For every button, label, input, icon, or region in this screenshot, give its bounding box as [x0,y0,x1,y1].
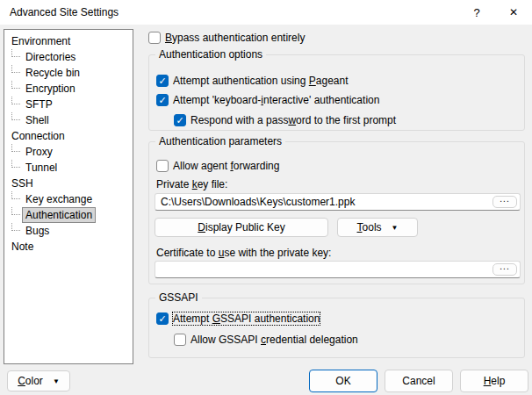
pageant-checkbox[interactable]: ✓ [156,75,169,87]
authentication-parameters-group: Authentication parameters Allow agent fo… [148,141,525,284]
respond-password-label: Respond with a password to the first pro… [191,114,396,126]
gssapi-attempt-label: Attempt GSSAPI authentication [173,312,320,325]
tree-item-label: Directories [23,50,78,64]
tree-item-authentication[interactable]: Authentication [4,207,133,223]
agent-forwarding-label: Allow agent forwarding [173,160,279,172]
chevron-down-icon: ▼ [392,224,399,232]
tree-connector [11,160,20,168]
tree-connector [11,97,20,104]
tree-item-label: Shell [23,113,52,127]
checkbox-row-pageant[interactable]: ✓ Attempt authentication using Pageant [156,74,348,88]
tree-connector [11,144,20,152]
gssapi-delegation-checkbox[interactable] [174,334,186,346]
tree-item-sftp[interactable]: SFTP [4,97,133,112]
tree-item-environment[interactable]: Environment [4,33,133,49]
keyboard-interactive-checkbox[interactable]: ✓ [156,94,169,106]
tree-item-connection[interactable]: Connection [4,128,133,144]
tree-item-tunnel[interactable]: Tunnel [4,160,133,176]
advanced-site-settings-dialog: Advanced Site Settings ? ✕ EnvironmentDi… [0,0,532,395]
color-button-label: Color [18,375,43,387]
tree-item-directories[interactable]: Directories [4,49,133,65]
tools-button-label: Tools [357,221,382,233]
private-key-browse-button[interactable]: ... [492,196,517,208]
certificate-field-wrap: ... [155,261,521,278]
certificate-browse-button[interactable]: ... [492,263,517,276]
tree-item-label: Note [9,240,36,254]
private-key-file-label: Private key file: [156,178,227,190]
keyboard-interactive-label: Attempt 'keyboard-interactive' authentic… [173,94,379,106]
window-title: Advanced Site Settings [0,6,119,18]
titlebar: Advanced Site Settings ? ✕ [0,0,532,25]
bypass-authentication-checkbox[interactable] [148,32,161,44]
help-icon[interactable]: ? [458,0,495,25]
help-button[interactable]: Help [460,370,528,392]
tree-item-label: Bugs [23,224,52,238]
tree-item-label: SFTP [23,97,55,111]
tree-item-label: Tunnel [23,161,60,175]
private-key-file-input[interactable] [155,194,520,210]
tree-item-label: Connection [9,129,68,143]
checkbox-row-gssapi-delegation[interactable]: Allow GSSAPI credential delegation [174,333,358,347]
gssapi-group: GSSAPI ✓ Attempt GSSAPI authentication A… [148,298,525,358]
chevron-down-icon: ▼ [53,377,60,385]
tree-connector [11,81,20,89]
checkbox-row-bypass-authentication[interactable]: Bypass authentication entirely [148,31,305,45]
respond-password-checkbox[interactable]: ✓ [174,114,186,126]
checkbox-row-gssapi-attempt[interactable]: ✓ Attempt GSSAPI authentication [156,312,320,326]
tree-item-label: Authentication [23,208,95,222]
tree-item-label: SSH [9,176,36,190]
tree-item-note[interactable]: Note [4,239,133,255]
authentication-options-group: Authentication options ✓ Attempt authent… [148,54,525,131]
certificate-label: Certificate to use with the private key: [156,247,331,259]
color-button[interactable]: Color ▼ [7,370,70,391]
tree-item-label: Encryption [23,82,78,96]
gssapi-delegation-label: Allow GSSAPI credential delegation [191,334,358,346]
tree-connector [11,112,20,120]
tree-connector [11,65,20,73]
tree-connector [11,49,20,57]
tree-item-bugs[interactable]: Bugs [4,223,133,239]
gssapi-attempt-checkbox[interactable]: ✓ [156,312,169,325]
gssapi-title: GSSAPI [155,291,202,304]
authentication-options-title: Authentication options [155,48,266,61]
tree-connector [11,207,20,215]
tree-item-proxy[interactable]: Proxy [4,144,133,160]
bypass-authentication-label: Bypass authentication entirely [165,32,305,44]
checkbox-row-respond-password[interactable]: ✓ Respond with a password to the first p… [174,113,396,127]
tree-item-key-exchange[interactable]: Key exchange [4,191,133,207]
display-public-key-button[interactable]: Display Public Key [155,218,328,237]
settings-tree: EnvironmentDirectoriesRecycle binEncrypt… [4,29,133,364]
tree-connector [11,223,20,231]
private-key-file-field-wrap: ... [155,193,521,211]
tree-connector [11,191,20,199]
agent-forwarding-checkbox[interactable] [156,160,169,172]
close-icon[interactable]: ✕ [495,0,532,25]
pageant-label: Attempt authentication using Pageant [173,75,348,87]
authentication-parameters-title: Authentication parameters [155,135,285,147]
tools-button[interactable]: Tools ▼ [337,218,418,237]
checkbox-row-keyboard-interactive[interactable]: ✓ Attempt 'keyboard-interactive' authent… [156,93,379,107]
tree-item-label: Environment [9,34,73,48]
certificate-input[interactable] [155,262,520,277]
checkbox-row-agent-forwarding[interactable]: Allow agent forwarding [156,159,279,173]
tree-item-label: Key exchange [23,192,95,206]
cancel-button[interactable]: Cancel [385,370,453,392]
titlebar-buttons: ? ✕ [458,0,532,25]
tree-item-shell[interactable]: Shell [4,112,133,128]
tree-item-ssh[interactable]: SSH [4,176,133,191]
tree-item-encryption[interactable]: Encryption [4,81,133,97]
ok-button[interactable]: OK [309,370,377,392]
tree-item-recycle-bin[interactable]: Recycle bin [4,65,133,81]
tree-item-label: Proxy [23,145,55,159]
tree-item-label: Recycle bin [23,66,83,80]
